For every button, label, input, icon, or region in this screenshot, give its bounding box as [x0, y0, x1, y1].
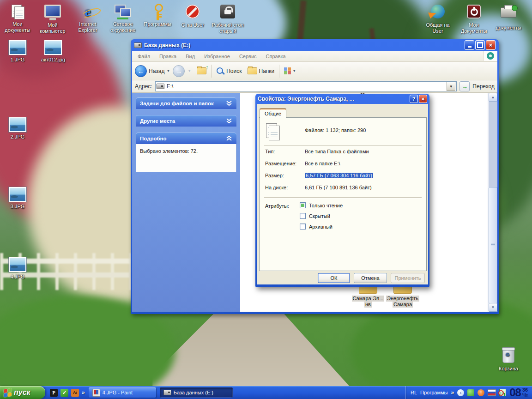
desktop-icon-1jpg[interactable]: 1.JPG: [0, 39, 35, 63]
hide-tray-icons-button[interactable]: ‹: [457, 389, 464, 396]
taskpane-group-details-header[interactable]: Подробно: [136, 133, 236, 144]
network-places-icon: [115, 4, 131, 20]
ok-button[interactable]: ОК: [318, 273, 350, 283]
location-label: Размещение:: [265, 161, 296, 166]
taskpane-group-file-tasks-header[interactable]: Задачи для файлов и папок: [136, 97, 236, 109]
folder-label: Энергонефть: [386, 296, 419, 302]
folders-label: Папки: [259, 68, 275, 74]
desktop-icon-4jpg[interactable]: 4.JPG: [0, 256, 35, 280]
menu-item-view[interactable]: Вид: [186, 54, 195, 59]
image-thumbnail-icon: [44, 40, 62, 55]
type-value: Все типа Папка с файлами: [305, 149, 369, 154]
hidden-checkbox[interactable]: [300, 213, 306, 219]
folders-button[interactable]: Папки: [248, 67, 275, 74]
taskpane-group-other-places: Другие места: [136, 115, 236, 127]
desktop-icon-old-desktop[interactable]: Рабочий стол старый: [210, 4, 245, 34]
desktop-icon-c-on-user[interactable]: С на User: [175, 4, 210, 28]
minimize-button[interactable]: [465, 40, 474, 50]
chevron-down-icon: [226, 118, 232, 124]
maximize-button[interactable]: [475, 40, 485, 50]
views-button[interactable]: ▼: [284, 67, 296, 74]
menu-item-favorites[interactable]: Избранное: [204, 54, 230, 59]
desktop-icon-recycle-bin[interactable]: Корзина: [491, 346, 526, 372]
files-summary: Файлов: 1 132; папок: 290: [305, 127, 366, 133]
go-label[interactable]: Переход: [472, 83, 495, 90]
recycle-bin-icon: [500, 348, 517, 365]
dialog-close-button[interactable]: ×: [419, 95, 427, 103]
menu-item-help[interactable]: Справка: [266, 54, 286, 59]
shared-globe-icon: [429, 5, 446, 21]
desktop-icon-akt012jpg[interactable]: акт012.jpg: [36, 39, 71, 63]
printer-icon: [500, 7, 517, 24]
language-indicator[interactable]: RL: [411, 390, 417, 395]
tray-green-app-icon[interactable]: [467, 389, 474, 396]
traffic-monitor-icon[interactable]: [499, 389, 506, 396]
adobe-illustrator-icon[interactable]: Ai: [71, 389, 79, 397]
scrollbar-thumb[interactable]: [489, 187, 497, 303]
menu-item-tools[interactable]: Сервис: [239, 54, 257, 59]
menu-item-file[interactable]: Файл: [138, 54, 150, 59]
address-dropdown-button[interactable]: ▼: [447, 82, 455, 91]
dialog-titlebar[interactable]: Свойства: Энергонефть Самара, ... ? ×: [257, 94, 428, 104]
forward-button[interactable]: →: [173, 65, 185, 77]
desktop-icon-my-computer[interactable]: Мой компьютер: [35, 4, 70, 34]
tray-overflow-chevron[interactable]: »: [451, 389, 454, 396]
back-dropdown-icon[interactable]: ▼: [166, 69, 170, 73]
programs-toolbar-label[interactable]: Программы: [420, 390, 447, 395]
throbber-logo: [483, 51, 497, 61]
address-label: Адрес:: [135, 83, 152, 90]
desktop-icon-my-docs-shortcut[interactable]: Мои Документы: [456, 4, 491, 34]
desktop-icon-label: Сетевое окружение: [105, 21, 140, 33]
archive-checkbox[interactable]: [300, 224, 306, 230]
explorer-titlebar[interactable]: База данных (E:) ×: [132, 39, 497, 51]
readonly-checkbox[interactable]: [300, 202, 306, 208]
key-icon: [149, 4, 166, 20]
apply-button[interactable]: Применить: [391, 273, 425, 283]
desktop-icon-network-places[interactable]: Сетевое окружение: [105, 4, 140, 33]
hidden-checkbox-row: Скрытый: [300, 213, 330, 219]
desktop-icon-shared-on-user[interactable]: Общая на User: [420, 4, 455, 34]
archive-label: Архивный: [309, 224, 332, 230]
russian-flag-icon[interactable]: [488, 389, 496, 396]
image-thumbnail-icon: [9, 40, 26, 55]
views-icon: [284, 67, 291, 74]
help-button[interactable]: ?: [410, 95, 418, 103]
desktop-icon-2jpg[interactable]: 2.JPG: [0, 116, 35, 140]
desktop-icon-internet-explorer[interactable]: e Internet Explorer: [70, 4, 105, 33]
close-button[interactable]: ×: [486, 40, 496, 50]
back-button[interactable]: ← Назад ▼: [135, 65, 170, 77]
go-button[interactable]: →: [459, 81, 470, 91]
lock-icon: [219, 5, 236, 21]
archive-checkbox-row: Архивный: [300, 224, 332, 230]
tray-alert-icon[interactable]: !: [478, 389, 484, 396]
readonly-checkbox-row: Только чтение: [300, 202, 343, 208]
quicklaunch-green-icon[interactable]: ✓: [60, 389, 68, 397]
taskpane-group-other-places-header[interactable]: Другие места: [136, 115, 236, 127]
address-input[interactable]: E:\ ▼: [155, 81, 457, 91]
search-button[interactable]: Поиск: [216, 67, 242, 75]
desktop-icon-my-documents[interactable]: Мои документы: [0, 4, 35, 33]
drive-icon: [163, 390, 171, 395]
scroll-down-button[interactable]: ▼: [489, 303, 497, 312]
quicklaunch-overflow-chevron[interactable]: »: [82, 389, 85, 396]
tray-clock[interactable]: 08 36 Чт: [509, 386, 528, 399]
cancel-button[interactable]: Отмена: [354, 273, 387, 283]
back-label: Назад: [149, 68, 164, 74]
desktop-icon-programs[interactable]: Программы: [140, 4, 175, 27]
desktop-icon-documents[interactable]: документы: [491, 4, 526, 31]
vertical-scrollbar[interactable]: ▲ ▼: [488, 93, 497, 312]
location-value: Все в папке E:\: [305, 161, 340, 166]
task-button-paint[interactable]: 4.JPG - Paint: [89, 387, 156, 398]
task-button-explorer[interactable]: База данных (E:): [160, 387, 233, 398]
quick-launch: P ✓ Ai »: [50, 389, 85, 397]
scrollbar-track[interactable]: [489, 101, 497, 187]
menu-item-edit[interactable]: Правка: [159, 54, 176, 59]
start-button[interactable]: пуск: [0, 386, 45, 399]
quicklaunch-p-icon[interactable]: P: [50, 389, 58, 397]
paint-icon: [92, 389, 100, 397]
up-button[interactable]: [197, 67, 206, 74]
scroll-up-button[interactable]: ▲: [489, 93, 497, 102]
tab-general[interactable]: Общие: [260, 108, 286, 118]
my-documents-icon: [9, 4, 26, 20]
desktop-icon-3jpg[interactable]: 3.JPG: [0, 186, 35, 210]
